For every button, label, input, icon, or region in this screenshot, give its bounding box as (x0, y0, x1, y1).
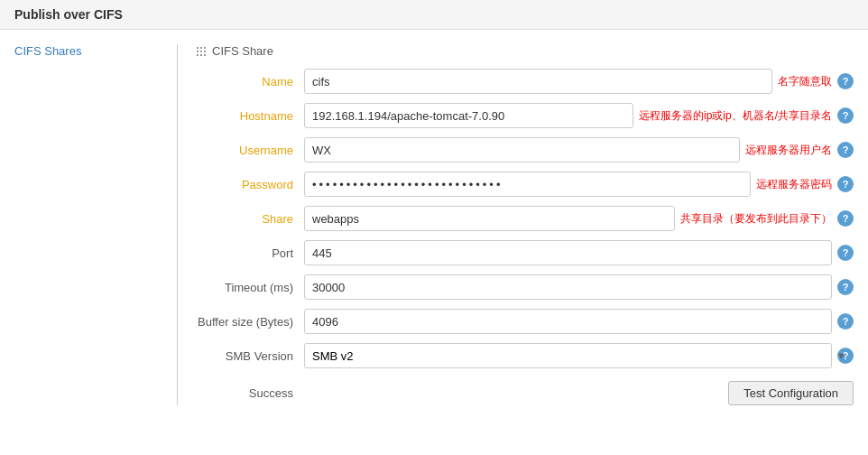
buffersize-help-icon[interactable]: ? (837, 313, 854, 330)
timeout-input[interactable] (304, 274, 832, 300)
smb-label: SMB Version (196, 349, 304, 363)
port-help-icon[interactable]: ? (837, 245, 854, 261)
main-panel: CIFS Share Name 名字随意取 ? Hostname 远程服务器的i… (177, 44, 854, 405)
name-row: Name 名字随意取 ? (196, 69, 854, 94)
timeout-label: Timeout (ms) (196, 281, 304, 294)
hostname-input[interactable] (304, 103, 633, 128)
test-configuration-button[interactable]: Test Configuration (728, 381, 854, 405)
password-hint: 远程服务器密码 (756, 177, 832, 192)
share-row: Share 共享目录（要发布到此目录下） ? (196, 206, 854, 231)
share-help-icon[interactable]: ? (837, 210, 854, 227)
password-label: Password (196, 178, 304, 191)
username-input[interactable] (304, 137, 740, 162)
share-input-wrapper: 共享目录（要发布到此目录下） ? (304, 206, 854, 231)
name-input[interactable] (304, 69, 772, 94)
timeout-row: Timeout (ms) ? (196, 274, 854, 300)
smb-select-wrapper: SMB v1 SMB v2 SMB v3 ▼ ? (304, 343, 854, 368)
password-input-wrapper: 远程服务器密码 ? (304, 172, 854, 197)
section-header: CIFS Share (196, 44, 854, 58)
name-input-wrapper: 名字随意取 ? (304, 69, 854, 94)
share-label: Share (196, 212, 304, 226)
name-hint: 名字随意取 (778, 74, 832, 89)
port-input-wrapper: ? (304, 240, 854, 265)
username-row: Username 远程服务器用户名 ? (196, 137, 854, 162)
username-input-wrapper: 远程服务器用户名 ? (304, 137, 854, 162)
password-help-icon[interactable]: ? (837, 176, 854, 192)
buffersize-input-wrapper: ? (304, 309, 854, 334)
timeout-input-wrapper: ? (304, 274, 854, 300)
dots-icon (196, 46, 207, 57)
hostname-help-icon[interactable]: ? (837, 107, 854, 124)
smb-row: SMB Version SMB v1 SMB v2 SMB v3 ▼ ? (196, 343, 854, 368)
username-label: Username (196, 144, 304, 157)
password-input[interactable] (304, 172, 751, 197)
status-label: Success (196, 386, 304, 400)
buffersize-row: Buffer size (Bytes) ? (196, 309, 854, 334)
buffersize-label: Buffer size (Bytes) (196, 315, 304, 329)
port-row: Port ? (196, 240, 854, 265)
smb-version-select[interactable]: SMB v1 SMB v2 SMB v3 (304, 343, 832, 368)
port-label: Port (196, 246, 304, 260)
share-input[interactable] (304, 206, 675, 231)
hostname-hint: 远程服务器的ip或ip、机器名/共享目录名 (639, 108, 832, 124)
password-row: Password 远程服务器密码 ? (196, 172, 854, 197)
buffersize-input[interactable] (304, 309, 832, 334)
name-label: Name (196, 75, 304, 88)
hostname-label: Hostname (196, 109, 304, 123)
hostname-row: Hostname 远程服务器的ip或ip、机器名/共享目录名 ? (196, 103, 854, 128)
username-hint: 远程服务器用户名 (745, 143, 832, 158)
page-title: Publish over CIFS (0, 0, 868, 30)
sidebar: CIFS Shares (14, 44, 177, 405)
port-input[interactable] (304, 240, 832, 265)
timeout-help-icon[interactable]: ? (837, 279, 854, 295)
hostname-input-wrapper: 远程服务器的ip或ip、机器名/共享目录名 ? (304, 103, 854, 128)
share-hint: 共享目录（要发布到此目录下） (680, 211, 832, 227)
username-help-icon[interactable]: ? (837, 142, 854, 158)
sidebar-item-cifs-shares[interactable]: CIFS Shares (14, 44, 81, 58)
name-help-icon[interactable]: ? (837, 73, 854, 89)
status-row: Success Test Configuration (196, 381, 854, 405)
section-title: CIFS Share (212, 44, 273, 58)
smb-help-icon[interactable]: ? (837, 348, 854, 364)
